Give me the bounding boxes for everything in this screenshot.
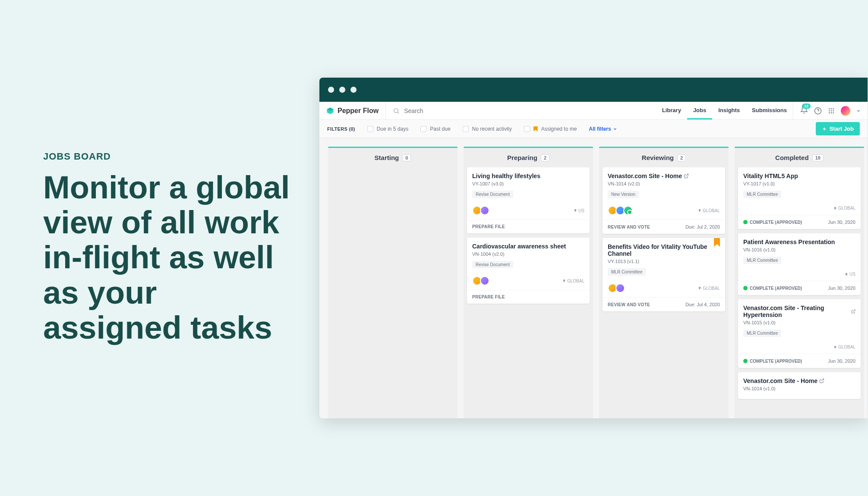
chevron-down-icon xyxy=(613,127,617,131)
notifications-button[interactable]: 13 xyxy=(800,106,808,116)
card-tag: Revise Document xyxy=(472,261,513,268)
svg-point-2 xyxy=(394,108,398,112)
svg-line-17 xyxy=(686,174,688,177)
status-label: COMPLETE (APPROVED) xyxy=(743,220,802,225)
window-titlebar xyxy=(319,78,868,102)
svg-point-14 xyxy=(833,112,834,113)
column-title: Completed xyxy=(775,154,809,161)
date-label: Jun 30, 2020 xyxy=(828,358,855,364)
job-card[interactable]: Living healthy lifestyles VY-1007 (v3.0)… xyxy=(467,167,590,233)
location-label: GLOBAL xyxy=(833,345,855,349)
svg-point-12 xyxy=(829,112,830,113)
help-icon[interactable] xyxy=(814,107,822,115)
avatar xyxy=(480,276,489,286)
job-card[interactable]: Patient Awareness Presentation VN-1016 (… xyxy=(738,233,861,295)
svg-point-10 xyxy=(831,110,832,111)
user-avatar[interactable] xyxy=(841,106,850,116)
window-maximize-button[interactable] xyxy=(350,87,357,93)
column-header: Completed 19 xyxy=(735,148,864,167)
all-filters-dropdown[interactable]: All filters xyxy=(589,126,617,132)
card-action-label[interactable]: REVIEW AND VOTE xyxy=(608,302,650,307)
status-label: COMPLETE (APPROVED) xyxy=(743,359,802,364)
card-action-label[interactable]: REVIEW AND VOTE xyxy=(608,225,650,229)
chevron-down-icon[interactable] xyxy=(856,109,861,113)
nav-tab-jobs[interactable]: Jobs xyxy=(687,102,712,119)
card-title: Venastor.com Site - Home xyxy=(743,377,855,384)
nav-tab-insights[interactable]: Insights xyxy=(712,102,746,119)
column-body: Vitality HTML5 App VY-1017 (v1.0) MLR Co… xyxy=(735,167,864,402)
card-title: Benefits Video for Vitality YouTube Chan… xyxy=(608,243,720,257)
search-icon xyxy=(393,107,400,114)
status-label: COMPLETE (APPROVED) xyxy=(743,286,802,291)
job-card[interactable]: Benefits Video for Vitality YouTube Chan… xyxy=(603,238,725,311)
date-label: Jun 30, 2020 xyxy=(828,220,855,225)
location-label: US xyxy=(574,208,584,213)
job-card[interactable]: Cardiovascular awareness sheet VN-1004 (… xyxy=(467,238,590,304)
svg-point-6 xyxy=(829,108,830,110)
apps-grid-icon[interactable] xyxy=(828,107,835,114)
filter-no-recent-activity[interactable]: No recent activity xyxy=(463,126,512,132)
svg-point-7 xyxy=(831,108,832,110)
job-card[interactable]: Vitality HTML5 App VY-1017 (v1.0) MLR Co… xyxy=(738,167,861,229)
column-body: Venastor.com Site - Home VN-1014 (v2.0) … xyxy=(599,167,729,315)
filter-due-5-days[interactable]: Due in 5 days xyxy=(367,126,408,132)
svg-line-18 xyxy=(853,310,855,312)
date-label: Jun 30, 2020 xyxy=(828,286,855,291)
filter-past-due[interactable]: Past due xyxy=(420,126,450,132)
status-dot-icon xyxy=(743,359,748,363)
search-input[interactable] xyxy=(404,107,649,114)
status-dot-icon xyxy=(743,286,748,290)
card-tag: Revise Document xyxy=(472,191,513,198)
avatar xyxy=(623,206,633,215)
nav-tab-library[interactable]: Library xyxy=(656,102,687,119)
card-subtitle: VN-1014 (v2.0) xyxy=(608,181,720,186)
nav-tab-submissions[interactable]: Submissions xyxy=(746,102,793,119)
location-label: GLOBAL xyxy=(698,208,720,213)
card-title: Patient Awareness Presentation xyxy=(743,239,855,245)
card-tag: New Version xyxy=(608,191,639,198)
brand-name: Pepper Flow xyxy=(338,107,379,115)
app-window: Pepper Flow Library Jobs Insights Submis… xyxy=(319,78,868,418)
filters-bar: FILTERS (0) Due in 5 days Past due No re… xyxy=(319,120,868,138)
column-body: Living healthy lifestyles VY-1007 (v3.0)… xyxy=(464,167,593,307)
column-reviewing: Reviewing 2 Venastor.com Site - Home VN-… xyxy=(599,147,729,418)
assignee-avatars xyxy=(608,283,625,293)
card-tag: MLR Committee xyxy=(743,330,781,337)
card-tag: MLR Committee xyxy=(743,191,781,198)
svg-line-3 xyxy=(398,112,399,113)
job-card[interactable]: Venastor.com Site - Home VN-1014 (v1.0) xyxy=(738,372,861,399)
brand-logo[interactable]: Pepper Flow xyxy=(319,102,386,119)
card-title: Vitality HTML5 App xyxy=(743,173,855,179)
card-action-label[interactable]: PREPARE FILE xyxy=(472,224,505,229)
svg-line-19 xyxy=(821,379,824,382)
nav-tabs: Library Jobs Insights Submissions xyxy=(656,102,793,119)
column-header: Reviewing 2 xyxy=(599,148,729,167)
card-subtitle: VN-1004 (v2.0) xyxy=(472,251,584,257)
location-label: GLOBAL xyxy=(833,206,855,210)
kanban-board: Starting 0 Preparing 2 Living healthy li… xyxy=(319,138,868,418)
job-card[interactable]: Venastor.com Site - Treating Hypertensio… xyxy=(738,299,861,368)
notification-badge: 13 xyxy=(802,104,811,109)
card-title: Living healthy lifestyles xyxy=(472,173,584,179)
assignee-avatars xyxy=(608,206,633,215)
due-label: Due: Jul 4, 2020 xyxy=(685,302,720,307)
window-minimize-button[interactable] xyxy=(339,87,345,93)
window-close-button[interactable] xyxy=(328,87,334,93)
card-title: Cardiovascular awareness sheet xyxy=(472,243,584,250)
bookmark-icon xyxy=(533,126,538,132)
column-title: Reviewing xyxy=(642,154,674,161)
card-subtitle: VY-1013 (v1.1) xyxy=(608,259,720,264)
card-subtitle: VN-1016 (v1.0) xyxy=(743,247,855,252)
plus-icon xyxy=(822,126,827,132)
start-job-button[interactable]: Start Job xyxy=(816,122,860,135)
card-tag: MLR Committee xyxy=(608,268,646,276)
card-subtitle: VN-1014 (v1.0) xyxy=(743,386,855,391)
avatar xyxy=(480,206,489,215)
job-card[interactable]: Venastor.com Site - Home VN-1014 (v2.0) … xyxy=(603,167,725,234)
location-label: GLOBAL xyxy=(698,286,720,291)
column-header: Preparing 2 xyxy=(464,148,593,167)
column-header: Starting 0 xyxy=(328,148,458,167)
card-action-label[interactable]: PREPARE FILE xyxy=(472,295,505,299)
filter-assigned-to-me[interactable]: Assigned to me xyxy=(524,126,577,132)
marketing-eyebrow: JOBS BOARD xyxy=(43,151,294,162)
